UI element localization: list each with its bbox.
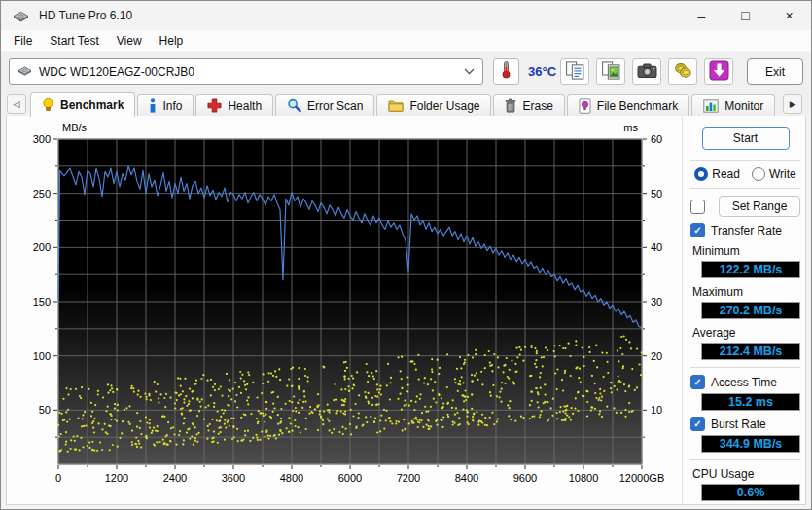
svg-text:12000GB: 12000GB xyxy=(619,472,664,484)
maximize-button[interactable]: □ xyxy=(724,1,767,30)
hd-tune-window: HD Tune Pro 6.10 – □ × FileStart TestVie… xyxy=(0,0,812,510)
svg-text:100: 100 xyxy=(33,350,51,362)
thermometer-icon xyxy=(500,60,512,83)
minimize-button[interactable]: – xyxy=(680,1,724,30)
tab-info[interactable]: Info xyxy=(137,94,194,116)
minimum-label: Minimum xyxy=(692,244,800,258)
access-time-label: Access Time xyxy=(711,376,777,389)
temperature-button[interactable] xyxy=(493,58,519,85)
burst-rate-checkbox[interactable]: ✓ xyxy=(690,417,705,431)
svg-text:300: 300 xyxy=(33,133,51,145)
tab-label: File Benchmark xyxy=(597,99,678,113)
svg-text:10: 10 xyxy=(651,404,662,416)
tab-strip: ◁ BenchmarkInfoHealthError ScanFolder Us… xyxy=(1,91,811,116)
menu-item-view[interactable]: View xyxy=(108,31,151,51)
device-selector[interactable]: WDC WD120EAGZ-00CRJB0 xyxy=(9,58,483,85)
tab-benchmark[interactable]: Benchmark xyxy=(30,92,135,117)
tab-folder-usage[interactable]: Folder Usage xyxy=(376,94,491,116)
svg-text:50: 50 xyxy=(39,404,51,416)
tab-label: Health xyxy=(228,99,262,113)
svg-text:0: 0 xyxy=(55,472,61,484)
tab-label: Folder Usage xyxy=(409,99,479,113)
menu-item-help[interactable]: Help xyxy=(151,31,193,51)
svg-text:3600: 3600 xyxy=(222,472,245,484)
svg-text:6000: 6000 xyxy=(338,472,362,484)
tab-label: Monitor xyxy=(724,99,763,113)
svg-text:MB/s: MB/s xyxy=(62,122,88,133)
tab-label: Benchmark xyxy=(60,98,124,112)
separator xyxy=(690,459,800,460)
benchmark-panel: MB/sms5010015020025030010203040506001200… xyxy=(6,115,806,505)
write-radio[interactable]: Write xyxy=(752,167,796,181)
exit-button[interactable]: Exit xyxy=(747,58,803,85)
camera-icon xyxy=(637,62,657,82)
copy-text-icon xyxy=(565,61,585,83)
svg-text:40: 40 xyxy=(651,241,662,253)
tab-health[interactable]: Health xyxy=(195,94,273,116)
tab-label: Erase xyxy=(522,99,552,113)
toolbar: WDC WD120EAGZ-00CRJB0 36°C Exit xyxy=(1,52,811,91)
tab-scroll-left-icon[interactable]: ◁ xyxy=(7,94,26,114)
write-radio-dot xyxy=(752,167,765,181)
save-button[interactable] xyxy=(704,58,733,85)
erase-icon xyxy=(505,98,516,113)
tab-label: Info xyxy=(162,99,182,113)
svg-text:1200: 1200 xyxy=(105,472,128,484)
copy-image-button[interactable] xyxy=(596,58,625,85)
transfer-rate-label: Transfer Rate xyxy=(711,224,782,237)
error-scan-icon xyxy=(287,98,301,113)
svg-text:20: 20 xyxy=(651,350,662,362)
svg-text:ms: ms xyxy=(623,122,638,133)
svg-text:10800: 10800 xyxy=(569,472,599,484)
tab-label: Error Scan xyxy=(307,99,363,113)
toolbar-buttons xyxy=(560,58,733,85)
svg-text:9600: 9600 xyxy=(513,472,537,484)
camera-button[interactable] xyxy=(632,58,661,85)
svg-text:50: 50 xyxy=(651,188,662,200)
copy-image-icon xyxy=(601,61,621,83)
tab-scroll-right-icon[interactable]: ▶ xyxy=(783,94,802,114)
window-title: HD Tune Pro 6.10 xyxy=(39,9,132,22)
app-disk-icon xyxy=(13,7,30,24)
menu-item-file[interactable]: File xyxy=(5,31,41,51)
average-value: 212.4 MB/s xyxy=(701,343,800,360)
transfer-rate-checkbox[interactable]: ✓ xyxy=(690,223,705,237)
svg-text:250: 250 xyxy=(33,188,51,200)
burst-rate-label: Burst Rate xyxy=(711,418,766,431)
tab-error-scan[interactable]: Error Scan xyxy=(275,94,374,116)
bulb-icon xyxy=(42,97,54,113)
tab-erase[interactable]: Erase xyxy=(493,94,564,116)
set-range-checkbox[interactable] xyxy=(690,200,705,214)
average-label: Average xyxy=(692,326,800,340)
set-range-button[interactable]: Set Range xyxy=(719,196,800,217)
side-panel: Start Read Write Set Range ✓ Transfer Ra xyxy=(682,116,808,504)
menu-bar: FileStart TestViewHelp xyxy=(1,30,811,52)
cpu-usage-label: CPU Usage xyxy=(692,467,800,481)
disk-icon xyxy=(18,64,32,80)
health-icon xyxy=(207,98,222,113)
read-radio[interactable]: Read xyxy=(694,167,740,181)
tab-monitor[interactable]: Monitor xyxy=(691,94,775,116)
menu-item-start-test[interactable]: Start Test xyxy=(41,31,107,51)
svg-text:2400: 2400 xyxy=(163,472,187,484)
close-button[interactable]: × xyxy=(767,1,811,30)
minimum-value: 122.2 MB/s xyxy=(701,261,800,278)
benchmark-chart: MB/sms5010015020025030010203040506001200… xyxy=(9,118,682,499)
donate-button[interactable] xyxy=(668,58,697,85)
copy-text-button[interactable] xyxy=(560,58,589,85)
device-name: WDC WD120EAGZ-00CRJB0 xyxy=(39,65,194,79)
cpu-usage-value: 0.6% xyxy=(701,484,800,501)
info-icon xyxy=(149,98,157,113)
maximum-value: 270.2 MB/s xyxy=(701,302,800,319)
svg-text:4800: 4800 xyxy=(280,472,303,484)
tab-file-benchmark[interactable]: File Benchmark xyxy=(567,94,689,116)
start-button[interactable]: Start xyxy=(702,128,790,150)
monitor-icon xyxy=(703,99,719,113)
access-time-value: 15.2 ms xyxy=(701,393,800,411)
title-bar: HD Tune Pro 6.10 – □ × xyxy=(1,1,811,30)
chevron-down-icon xyxy=(464,68,475,75)
access-time-checkbox[interactable]: ✓ xyxy=(690,375,705,389)
write-radio-label: Write xyxy=(769,167,796,181)
svg-text:200: 200 xyxy=(33,241,51,253)
svg-text:30: 30 xyxy=(651,296,662,308)
